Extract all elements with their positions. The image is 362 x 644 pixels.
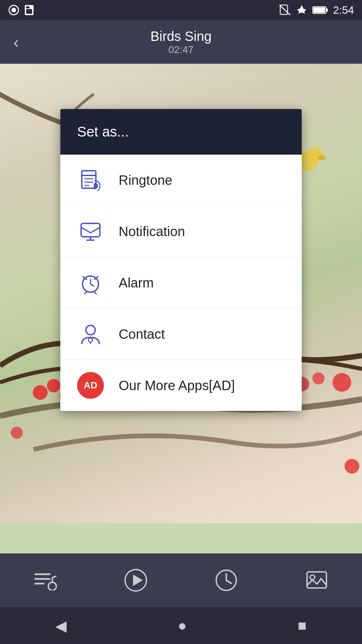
contact-icon [77, 321, 104, 347]
header: ‹ Birds Sing 02:47 [0, 20, 362, 64]
battery-icon [312, 5, 328, 15]
svg-rect-10 [313, 7, 325, 13]
svg-rect-3 [26, 9, 32, 14]
svg-point-51 [48, 582, 56, 590]
back-button[interactable]: ‹ [13, 33, 19, 51]
alarm-item[interactable]: Alarm [60, 257, 302, 309]
svg-rect-7 [298, 9, 306, 11]
modal-header: Set as... [60, 109, 302, 155]
back-nav-button[interactable]: ◀ [55, 617, 67, 634]
svg-point-45 [86, 325, 95, 335]
recent-nav-button[interactable]: ■ [298, 617, 307, 634]
ad-badge: AD [77, 372, 104, 399]
svg-rect-59 [307, 572, 326, 588]
playlist-button[interactable] [34, 570, 57, 590]
airplane-icon [296, 4, 308, 16]
modal-overlay: Set as... Ringtone [0, 64, 362, 523]
svg-line-53 [52, 576, 56, 578]
song-duration: 02:47 [150, 44, 212, 55]
android-nav: ◀ ● ■ [0, 607, 362, 644]
notification-label: Notification [119, 224, 185, 239]
sim-icon [23, 4, 35, 16]
ringtone-item[interactable]: Ringtone [60, 155, 302, 206]
set-as-modal: Set as... Ringtone [60, 109, 302, 411]
svg-line-44 [95, 292, 97, 294]
status-left-icons [8, 4, 35, 16]
status-right-icons: 2:54 [279, 4, 354, 16]
svg-point-46 [88, 338, 93, 342]
no-sim-icon [279, 4, 291, 16]
svg-point-1 [11, 8, 16, 12]
more-apps-label: Our More Apps[AD] [119, 378, 235, 393]
svg-line-40 [90, 284, 94, 286]
modal-title: Set as... [77, 124, 285, 140]
more-apps-item[interactable]: AD Our More Apps[AD] [60, 360, 302, 411]
contact-item[interactable]: Contact [60, 309, 302, 360]
ringtone-label: Ringtone [119, 173, 172, 188]
alarm-label: Alarm [119, 275, 154, 290]
svg-line-43 [84, 292, 86, 294]
notification-icon [77, 218, 104, 245]
gallery-button[interactable] [305, 569, 328, 592]
status-bar: 2:54 [0, 0, 362, 20]
svg-line-58 [226, 580, 231, 583]
status-time: 2:54 [333, 4, 354, 16]
svg-rect-35 [81, 223, 100, 237]
header-title: Birds Sing 02:47 [150, 29, 212, 55]
play-button[interactable] [124, 569, 147, 592]
home-nav-button[interactable]: ● [178, 617, 187, 634]
contact-label: Contact [119, 327, 165, 342]
svg-point-60 [310, 575, 315, 580]
svg-rect-4 [26, 6, 29, 8]
svg-line-6 [280, 5, 290, 15]
alarm-icon [77, 269, 104, 296]
record-icon [8, 4, 19, 16]
song-name: Birds Sing [150, 29, 212, 44]
ringtone-icon [77, 167, 104, 194]
bottom-nav [0, 553, 362, 607]
history-button[interactable] [215, 569, 238, 592]
notification-item[interactable]: Notification [60, 206, 302, 257]
svg-rect-9 [326, 8, 328, 12]
svg-marker-55 [133, 575, 143, 586]
